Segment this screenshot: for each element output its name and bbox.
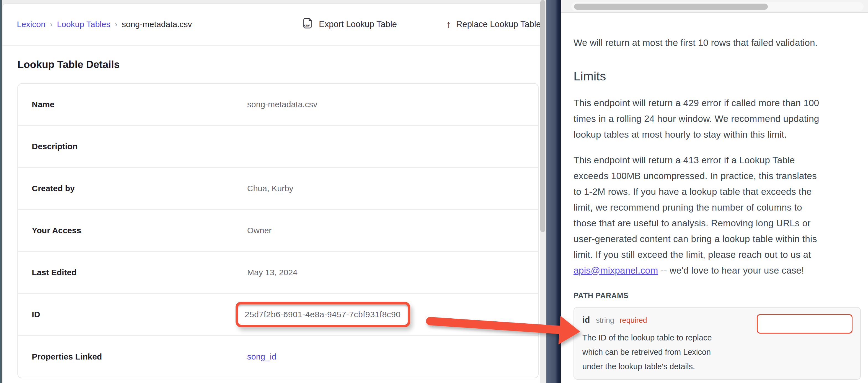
breadcrumb-current-file: song-metadata.csv: [122, 20, 192, 29]
lookup-table-id-value: 25d7f2b6-6901-4e8a-9457-7cbf931f8c90: [245, 310, 401, 319]
breadcrumb-separator: ›: [115, 20, 117, 29]
export-button-label: Export Lookup Table: [319, 19, 397, 29]
apis-mixpanel-email-link[interactable]: apis@mixpanel.com: [574, 265, 658, 276]
row-value: 25d7f2b6-6901-4e8a-9457-7cbf931f8c90: [247, 302, 538, 327]
row-label: Description: [32, 142, 247, 151]
param-name: id: [582, 315, 590, 325]
limits-paragraph-429: This endpoint will return a 429 error if…: [574, 95, 861, 142]
left-panel-scrollbar-thumb[interactable]: [540, 0, 545, 232]
row-label: Name: [32, 100, 247, 109]
paragraph-tail: -- we'd love to hear your use case!: [658, 265, 804, 276]
id-highlight-annotation-box: 25d7f2b6-6901-4e8a-9457-7cbf931f8c90: [236, 302, 410, 327]
export-lookup-table-button[interactable]: csv Export Lookup Table: [301, 4, 397, 45]
path-params-heading: PATH PARAMS: [574, 291, 861, 301]
left-panel-scrollbar-track[interactable]: [540, 0, 547, 383]
paragraph-text: This endpoint will return a 413 error if…: [574, 155, 817, 260]
docs-content: We will return at most the first 10 rows…: [561, 13, 868, 380]
row-value: song_id: [247, 352, 538, 361]
replace-button-label: Replace Lookup Table: [456, 19, 541, 29]
id-param-input[interactable]: [757, 314, 852, 334]
breadcrumb: Lexicon › Lookup Tables › song-metadata.…: [17, 4, 192, 45]
svg-text:csv: csv: [304, 24, 310, 27]
row-value: song-metadata.csv: [247, 100, 538, 109]
table-row-id: ID 25d7f2b6-6901-4e8a-9457-7cbf931f8c90: [18, 294, 538, 336]
table-row-last-edited: Last Edited May 13, 2024: [18, 252, 538, 294]
id-param-card: id string required The ID of the lookup …: [574, 307, 861, 380]
lookup-table-window: Lexicon › Lookup Tables › song-metadata.…: [2, 3, 541, 383]
table-row-properties-linked: Properties Linked song_id: [18, 336, 538, 378]
row-label: ID: [32, 310, 247, 319]
breadcrumb-separator: ›: [50, 20, 52, 29]
window-divider: [547, 0, 561, 383]
row-label: Created by: [32, 184, 247, 193]
row-value: May 13, 2024: [247, 268, 538, 277]
row-value: Owner: [247, 226, 538, 235]
table-row-your-access: Your Access Owner: [18, 210, 538, 252]
param-type: string: [596, 316, 614, 324]
breadcrumb-lookup-tables[interactable]: Lookup Tables: [57, 20, 111, 29]
param-description: The ID of the lookup table to replace wh…: [582, 330, 852, 374]
window-header: Lexicon › Lookup Tables › song-metadata.…: [2, 4, 540, 45]
csv-file-icon: csv: [301, 17, 314, 32]
row-label: Last Edited: [32, 268, 247, 277]
table-row-created-by: Created by Chua, Kurby: [18, 168, 538, 210]
lookup-table-details-card: Name song-metadata.csv Description Creat…: [18, 83, 538, 378]
docs-panel: We will return at most the first 10 rows…: [561, 0, 868, 383]
docs-scrollbar-bar: [561, 0, 868, 13]
param-required-badge: required: [620, 316, 647, 324]
intro-paragraph: We will return at most the first 10 rows…: [574, 36, 861, 49]
docs-horizontal-scrollbar-track[interactable]: [571, 2, 864, 11]
row-value: Chua, Kurby: [247, 184, 538, 193]
table-row-name: Name song-metadata.csv: [18, 84, 538, 126]
table-row-description: Description: [18, 126, 538, 168]
song-id-property-link[interactable]: song_id: [247, 352, 276, 361]
replace-lookup-table-button[interactable]: ↑ Replace Lookup Table: [446, 4, 541, 45]
left-edge-strip: [0, 0, 2, 383]
row-label: Properties Linked: [32, 352, 247, 361]
arrow-up-icon: ↑: [446, 19, 451, 29]
limits-paragraph-413: This endpoint will return a 413 error if…: [574, 152, 861, 278]
page-title: Lookup Table Details: [18, 59, 120, 70]
screenshot-root: Lexicon › Lookup Tables › song-metadata.…: [0, 0, 868, 383]
limits-heading: Limits: [574, 69, 861, 84]
row-label: Your Access: [32, 226, 247, 235]
breadcrumb-lexicon[interactable]: Lexicon: [17, 20, 45, 29]
docs-horizontal-scrollbar-thumb[interactable]: [574, 4, 768, 10]
